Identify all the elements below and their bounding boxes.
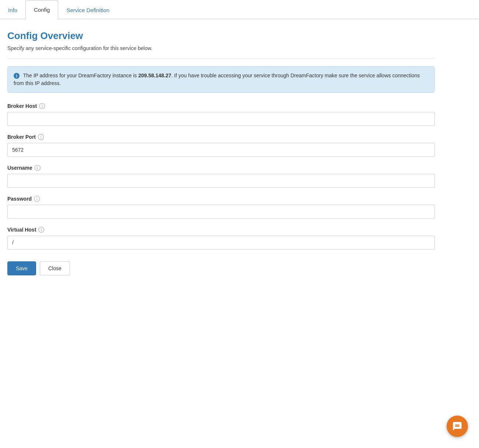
tab-bar: Info Config Service Definition: [0, 0, 479, 19]
password-info-icon[interactable]: i: [34, 196, 40, 202]
broker-host-input[interactable]: [7, 112, 435, 126]
broker-port-info-icon[interactable]: i: [38, 134, 44, 140]
save-button[interactable]: Save: [7, 261, 36, 275]
tab-info[interactable]: Info: [0, 1, 25, 19]
broker-host-info-icon[interactable]: i: [39, 103, 45, 109]
tab-service-definition[interactable]: Service Definition: [58, 1, 118, 19]
username-info-icon[interactable]: i: [35, 165, 41, 171]
broker-port-group: Broker Port i: [7, 134, 435, 157]
close-button[interactable]: Close: [40, 261, 70, 275]
username-input[interactable]: [7, 174, 435, 188]
main-content: Config Overview Specify any service-spec…: [0, 19, 442, 283]
password-label: Password i: [7, 196, 435, 202]
tab-config[interactable]: Config: [25, 0, 58, 19]
virtual-host-group: Virtual Host i: [7, 227, 435, 250]
password-input[interactable]: [7, 205, 435, 219]
username-group: Username i: [7, 165, 435, 188]
broker-port-input[interactable]: [7, 143, 435, 157]
divider: [7, 59, 435, 59]
broker-host-label: Broker Host i: [7, 103, 435, 109]
info-icon: i: [14, 73, 20, 79]
username-label: Username i: [7, 165, 435, 171]
page-subtitle: Specify any service-specific configurati…: [7, 45, 435, 51]
page-title: Config Overview: [7, 30, 435, 42]
action-bar: Save Close: [7, 258, 435, 275]
virtual-host-info-icon[interactable]: i: [38, 227, 44, 233]
broker-port-label: Broker Port i: [7, 134, 435, 140]
virtual-host-label: Virtual Host i: [7, 227, 435, 233]
virtual-host-input[interactable]: [7, 236, 435, 250]
ip-address: 209.58.148.27: [138, 73, 171, 78]
info-text-before: The IP address for your DreamFactory ins…: [23, 73, 139, 78]
password-group: Password i: [7, 196, 435, 219]
info-box: i The IP address for your DreamFactory i…: [7, 66, 435, 93]
broker-host-group: Broker Host i: [7, 103, 435, 126]
